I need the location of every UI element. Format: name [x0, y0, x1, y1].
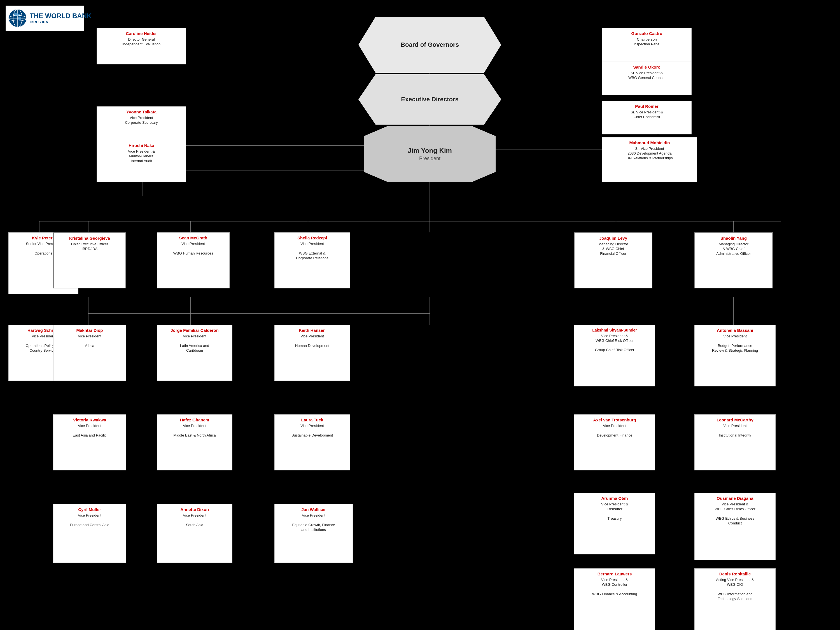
- sandie-title: Sr. Vice President & WBG General Counsel: [605, 71, 689, 81]
- jan-title: Vice President Equitable Growth, Finance…: [277, 513, 350, 532]
- sheila-title: Vice President WBG External & Corporate …: [277, 242, 347, 261]
- yvonne-card: Yvonne Tsikata Vice President Corporate …: [96, 106, 186, 143]
- hafez-title: Vice President Middle East & North Afric…: [159, 424, 230, 438]
- bernard-name: Bernard Lauwers: [576, 572, 653, 576]
- makhtar-name: Makhtar Diop: [56, 328, 123, 333]
- makhtar-card: Makhtar Diop Vice President Africa: [53, 325, 126, 381]
- victoria-title: Vice President East Asia and Pacific: [56, 424, 123, 438]
- logo: THE WORLD BANK IBRD • IDA: [6, 6, 84, 31]
- gonzalo-name: Gonzalo Castro: [605, 31, 689, 36]
- annette-name: Annette Dixon: [159, 507, 230, 512]
- board-label: Board of Governors: [401, 41, 459, 49]
- laura-name: Laura Tuck: [277, 417, 347, 423]
- joaquim-card: Joaquim Levy Managing Director & WBG Chi…: [574, 232, 652, 288]
- paul-card: Paul Romer Sr. Vice President & Chief Ec…: [602, 101, 692, 134]
- lakshmi-name: Lakshmi Shyam-Sunder: [576, 328, 653, 333]
- joaquim-title: Managing Director & WBG Chief Financial …: [577, 242, 650, 256]
- paul-title: Sr. Vice President & Chief Economist: [605, 110, 689, 120]
- cyril-name: Cyril Muller: [56, 507, 123, 512]
- keith-title: Vice President Human Development: [277, 334, 347, 348]
- kristalina-name: Kristalina Georgieva: [56, 236, 123, 241]
- victoria-card: Victoria Kwakwa Vice President East Asia…: [53, 414, 126, 471]
- denis-card: Denis Robitaille Acting Vice President &…: [695, 568, 775, 630]
- arunma-name: Arunma Oteh: [576, 496, 653, 501]
- jorge-title: Vice President Latin America and Caribbe…: [159, 334, 230, 353]
- sheila-name: Sheila Redzepi: [277, 235, 347, 240]
- jan-name: Jan Walliser: [277, 507, 350, 512]
- leonard-title: Vice President Institutional Integrity: [697, 424, 773, 438]
- cyril-title: Vice President Europe and Central Asia: [56, 513, 123, 527]
- president-name: Jim Yong Kim: [408, 147, 452, 155]
- caroline-name: Caroline Heider: [99, 31, 184, 36]
- logo-sub-text: IBRD • IDA: [30, 20, 92, 24]
- shaolin-card: Shaolin Yang Managing Director & WBG Chi…: [695, 232, 773, 288]
- caroline-title: Director General Independent Evaluation: [99, 37, 184, 47]
- hafez-card: Hafez Ghanem Vice President Middle East …: [157, 414, 232, 471]
- hiroshi-title: Vice President & Auditor-General Interna…: [99, 149, 184, 164]
- jorge-card: Jorge Familiar Calderon Vice President L…: [157, 325, 232, 381]
- arunma-card: Arunma Oteh Vice President & Treasurer T…: [574, 493, 655, 554]
- sheila-card: Sheila Redzepi Vice President WBG Extern…: [275, 232, 350, 288]
- ousmane-title: Vice President & WBG Chief Ethics Office…: [697, 502, 773, 526]
- president-title: President: [419, 156, 441, 161]
- axel-name: Axel van Trotsenburg: [576, 417, 653, 423]
- makhtar-title: Vice President Africa: [56, 334, 123, 348]
- axel-title: Vice President Development Finance: [576, 424, 653, 438]
- org-chart: { "logo": { "main": "THE WORLD BANK", "s…: [0, 0, 840, 630]
- axel-card: Axel van Trotsenburg Vice President Deve…: [574, 414, 655, 471]
- lakshmi-title: Vice President & WBG Chief Risk Officer …: [576, 334, 653, 353]
- annette-title: Vice President South Asia: [159, 513, 230, 527]
- sandie-name: Sandie Okoro: [605, 65, 689, 70]
- mahmoud-card: Mahmoud Mohieldin Sr. Vice President 203…: [602, 137, 697, 182]
- logo-text: THE WORLD BANK IBRD • IDA: [30, 12, 92, 24]
- antonella-card: Antonella Bassani Vice President Budget,…: [695, 325, 775, 387]
- gonzalo-title: Chairperson Inspection Panel: [605, 37, 689, 47]
- gonzalo-card: Gonzalo Castro Chairperson Inspection Pa…: [602, 28, 692, 65]
- shaolin-name: Shaolin Yang: [697, 236, 770, 241]
- sandie-card: Sandie Okoro Sr. Vice President & WBG Ge…: [602, 62, 692, 95]
- leonard-card: Leonard McCarthy Vice President Institut…: [695, 414, 775, 471]
- antonella-title: Vice President Budget, Performance Revie…: [697, 334, 773, 353]
- mahmoud-name: Mahmoud Mohieldin: [605, 140, 695, 145]
- logo-main-text: THE WORLD BANK: [30, 12, 92, 20]
- laura-title: Vice President Sustainable Development: [277, 424, 347, 438]
- bernard-title: Vice President & WBG Controller WBG Fina…: [576, 578, 653, 597]
- bernard-card: Bernard Lauwers Vice President & WBG Con…: [574, 568, 655, 630]
- board-of-governors: Board of Governors: [358, 17, 501, 73]
- keith-name: Keith Hansen: [277, 328, 347, 333]
- logo-globe-icon: [8, 8, 27, 28]
- ousmane-name: Ousmane Diagana: [697, 496, 773, 501]
- victoria-name: Victoria Kwakwa: [56, 417, 123, 423]
- sean-name: Sean McGrath: [159, 235, 227, 240]
- hiroshi-name: Hiroshi Naka: [99, 143, 184, 148]
- annette-card: Annette Dixon Vice President South Asia: [157, 504, 232, 563]
- kristalina-title: Chief Executive Officer IBRD/IDA: [56, 242, 123, 251]
- hiroshi-card: Hiroshi Naka Vice President & Auditor-Ge…: [96, 140, 186, 182]
- denis-title: Acting Vice President & WBG CIO WBG Info…: [697, 578, 773, 601]
- arunma-title: Vice President & Treasurer Treasury: [576, 502, 653, 521]
- mahmoud-title: Sr. Vice President 2030 Development Agen…: [605, 147, 695, 161]
- shaolin-title: Managing Director & WBG Chief Administra…: [697, 242, 770, 256]
- paul-name: Paul Romer: [605, 104, 689, 109]
- leonard-name: Leonard McCarthy: [697, 417, 773, 423]
- jorge-name: Jorge Familiar Calderon: [159, 328, 230, 333]
- jan-card: Jan Walliser Vice President Equitable Gr…: [275, 504, 353, 563]
- kristalina-card: Kristalina Georgieva Chief Executive Off…: [53, 232, 126, 288]
- yvonne-name: Yvonne Tsikata: [99, 109, 184, 115]
- lakshmi-card: Lakshmi Shyam-Sunder Vice President & WB…: [574, 325, 655, 387]
- keith-card: Keith Hansen Vice President Human Develo…: [275, 325, 350, 381]
- sean-card: Sean McGrath Vice President WBG Human Re…: [157, 232, 230, 288]
- denis-name: Denis Robitaille: [697, 572, 773, 576]
- laura-card: Laura Tuck Vice President Sustainable De…: [275, 414, 350, 471]
- caroline-heider-card: Caroline Heider Director General Indepen…: [96, 28, 186, 65]
- exec-directors-label: Executive Directors: [401, 96, 458, 103]
- ousmane-card: Ousmane Diagana Vice President & WBG Chi…: [695, 493, 775, 560]
- executive-directors: Executive Directors: [358, 74, 501, 125]
- hafez-name: Hafez Ghanem: [159, 417, 230, 423]
- antonella-name: Antonella Bassani: [697, 328, 773, 333]
- sean-title: Vice President WBG Human Resources: [159, 242, 227, 256]
- yvonne-title: Vice President Corporate Secretary: [99, 116, 184, 125]
- cyril-card: Cyril Muller Vice President Europe and C…: [53, 504, 126, 563]
- president-card: Jim Yong Kim President: [364, 126, 496, 182]
- joaquim-name: Joaquim Levy: [577, 236, 650, 241]
